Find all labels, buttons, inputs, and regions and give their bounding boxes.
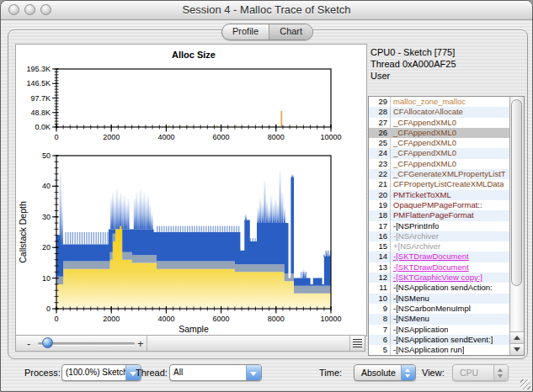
cpu-process-line: CPU0 - Sketch [775]: [370, 46, 525, 58]
list-item[interactable]: 9-[NSCarbonMenuImpl: [369, 304, 509, 314]
list-item[interactable]: 21CFPropertyListCreateXMLData: [369, 179, 509, 189]
list-item[interactable]: 13-[SKTDrawDocument: [369, 262, 509, 273]
list-item[interactable]: 26_CFAppendXML0: [369, 128, 509, 138]
svg-text:48.8K: 48.8K: [30, 109, 51, 117]
list-item[interactable]: 22_CFGenerateXMLPropertyListT: [369, 169, 509, 179]
row-label: +[NSArchiver: [391, 241, 440, 252]
process-combo[interactable]: (100.0%) Sketch [775]: [61, 364, 141, 381]
svg-text:4000: 4000: [157, 315, 174, 323]
list-item[interactable]: 27_CFAppendXML0: [369, 118, 509, 128]
row-number: 13: [369, 262, 391, 273]
list-item[interactable]: 18PMFlattenPageFormat: [369, 210, 509, 220]
scrollbar-thumb[interactable]: [511, 99, 522, 286]
row-number: 8: [369, 314, 391, 324]
time-label: Time:: [319, 368, 342, 378]
svg-text:20: 20: [42, 243, 51, 252]
list-item[interactable]: 5-[NSApplication run]: [369, 345, 509, 355]
svg-text:0.0K: 0.0K: [35, 123, 51, 131]
scrollbar[interactable]: [509, 97, 524, 355]
view-popup: CPU: [452, 364, 509, 381]
callstack-chart[interactable]: 010203040500200040006000800010000SampleC…: [16, 146, 366, 336]
row-number: 6: [369, 335, 391, 345]
list-item[interactable]: 6-[NSApplication sendEvent:]: [369, 335, 509, 345]
svg-text:2000: 2000: [103, 315, 120, 323]
row-label: -[SKTDrawDocument: [391, 262, 469, 273]
list-item[interactable]: 20PMTicketToXML: [369, 190, 509, 200]
svg-text:Alloc Size: Alloc Size: [172, 50, 216, 60]
view-label: View:: [422, 368, 445, 378]
row-number: 26: [369, 128, 391, 138]
list-item[interactable]: 25_CFAppendXML0: [369, 138, 509, 148]
zoom-slider-thumb[interactable]: [42, 337, 53, 348]
row-label: PMTicketToXML: [391, 190, 451, 200]
row-number: 5: [369, 345, 391, 355]
row-number: 25: [369, 138, 391, 148]
list-item[interactable]: 17-[NSPrintInfo: [369, 221, 509, 231]
zoom-out-label[interactable]: -: [27, 337, 30, 350]
chart-canvas: Alloc Size0.0K48.8K97.7K146.5K195.3K0200…: [15, 44, 367, 336]
list-item[interactable]: 23_CFAppendXML0: [369, 159, 509, 169]
list-item[interactable]: 14-[SKTDrawDocument: [369, 252, 509, 262]
list-item[interactable]: 15+[NSArchiver: [369, 241, 509, 252]
svg-text:0: 0: [54, 315, 58, 323]
row-label: _CFGenerateXMLPropertyListT: [391, 169, 506, 179]
row-label: _CFAppendXML0: [391, 159, 456, 169]
up-arrow-icon: [514, 336, 520, 340]
list-item[interactable]: 28CFAllocatorAllocate: [369, 107, 509, 117]
svg-text:10: 10: [42, 274, 51, 283]
list-item[interactable]: 10-[NSMenu: [369, 294, 509, 304]
scroll-up-button[interactable]: [510, 331, 524, 343]
svg-text:8000: 8000: [268, 133, 285, 141]
updown-arrows-icon[interactable]: [401, 365, 415, 380]
dropdown-arrow-icon[interactable]: [246, 365, 261, 380]
row-label: -[NSMenu: [391, 314, 429, 324]
svg-text:30: 30: [42, 213, 51, 221]
row-label: -[NSApplication sendAction:: [391, 283, 493, 293]
list-view-button[interactable]: [349, 336, 365, 351]
scrollbar-arrows: [510, 331, 524, 355]
callstack-panel: CPU0 - Sketch [775] Thread 0xA000AF25 Us…: [368, 44, 525, 357]
list-item[interactable]: 11-[NSApplication sendAction:: [369, 283, 509, 293]
row-label: _CFAppendXML0: [391, 138, 456, 148]
row-number: 11: [369, 283, 391, 293]
process-label: Process:: [24, 368, 61, 378]
row-label: -[NSApplication: [391, 325, 448, 335]
tab-profile[interactable]: Profile: [222, 24, 269, 40]
row-number: 22: [369, 169, 391, 179]
list-item[interactable]: 19OpaquePMPageFormat::: [369, 200, 509, 210]
row-number: 18: [369, 210, 391, 220]
row-number: 14: [369, 252, 391, 262]
tab-control: Profile Chart: [221, 24, 313, 40]
resize-grip-icon[interactable]: [520, 379, 530, 389]
svg-text:10000: 10000: [320, 133, 341, 141]
row-label: malloc_zone_malloc: [391, 97, 466, 107]
bottom-toolbar: Process: (100.0%) Sketch [775] Thread: A…: [1, 360, 533, 390]
row-number: 10: [369, 294, 391, 304]
row-number: 21: [369, 179, 391, 189]
row-number: 12: [369, 273, 391, 283]
row-number: 20: [369, 190, 391, 200]
list-item[interactable]: 16-[NSArchiver: [369, 231, 509, 241]
time-popup[interactable]: Absolute: [354, 364, 416, 381]
list-item[interactable]: 12-[SKTGraphicView copy:]: [369, 273, 509, 283]
list-item[interactable]: 24_CFAppendXML0: [369, 148, 509, 158]
row-label: PMFlattenPageFormat: [391, 210, 474, 220]
scroll-down-button[interactable]: [510, 343, 524, 355]
svg-text:2000: 2000: [103, 133, 120, 141]
callstack-list: 29malloc_zone_malloc28CFAllocatorAllocat…: [368, 96, 525, 356]
row-number: 19: [369, 200, 391, 210]
row-number: 16: [369, 231, 391, 241]
thread-value: All: [170, 365, 246, 380]
stack-rows: 29malloc_zone_malloc28CFAllocatorAllocat…: [369, 97, 509, 355]
zoom-in-label[interactable]: +: [137, 337, 144, 350]
row-number: 7: [369, 325, 391, 335]
svg-text:97.7K: 97.7K: [30, 94, 51, 103]
thread-combo[interactable]: All: [169, 364, 262, 381]
svg-text:40: 40: [42, 182, 51, 190]
tab-chart[interactable]: Chart: [269, 24, 312, 40]
title-bar[interactable]: Session 4 - Malloc Trace of Sketch: [1, 1, 532, 20]
list-item[interactable]: 29malloc_zone_malloc: [369, 97, 509, 107]
list-item[interactable]: 7-[NSApplication: [369, 325, 509, 335]
list-item[interactable]: 8-[NSMenu: [369, 314, 509, 324]
svg-text:6000: 6000: [213, 315, 230, 323]
